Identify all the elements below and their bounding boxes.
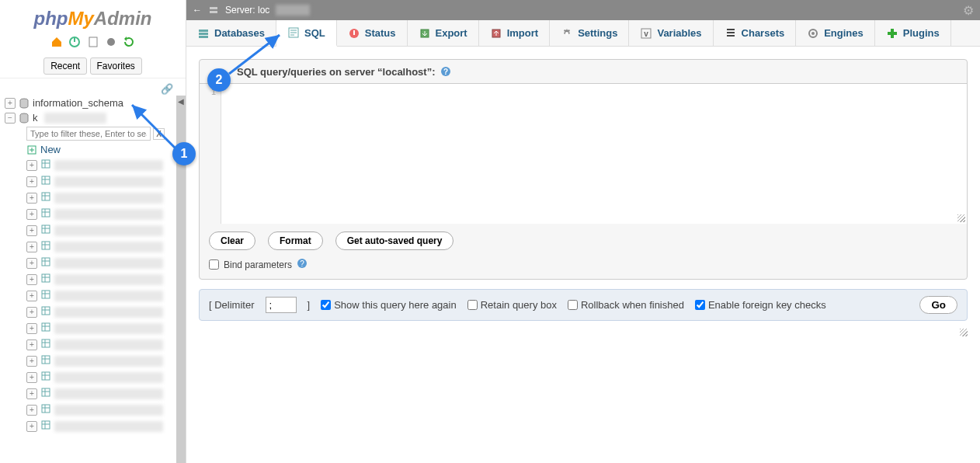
expand-icon[interactable]: +	[26, 176, 37, 187]
table-node[interactable]: +	[26, 190, 176, 206]
delimiter-input[interactable]	[266, 297, 297, 313]
logout-icon[interactable]	[68, 36, 81, 48]
rollback-checkbox[interactable]	[568, 300, 578, 310]
new-table-link[interactable]: New	[26, 142, 176, 157]
expand-icon[interactable]: +	[26, 405, 37, 416]
favorites-button[interactable]: Favorites	[90, 57, 142, 75]
link-icon[interactable]: 🔗	[0, 83, 186, 96]
clear-button[interactable]: Clear	[209, 232, 255, 250]
databases-icon	[197, 27, 210, 40]
resize-grip[interactable]	[957, 214, 965, 222]
table-node[interactable]: +	[26, 222, 176, 238]
expand-icon[interactable]: +	[26, 323, 37, 334]
table-node[interactable]: +	[26, 255, 176, 271]
collapse-icon[interactable]: −	[5, 113, 16, 124]
filter-input[interactable]	[26, 127, 151, 141]
retain-checkbox[interactable]	[467, 300, 478, 310]
tab-label: SQL	[304, 27, 325, 39]
table-node[interactable]: +	[26, 271, 176, 287]
expand-icon[interactable]: +	[26, 242, 37, 252]
fk-checkbox[interactable]	[695, 300, 705, 310]
page-settings-icon[interactable]: ⚙	[963, 3, 974, 18]
settings-icon[interactable]	[105, 36, 117, 48]
tab-label: Status	[365, 27, 396, 39]
quick-icons	[0, 33, 186, 54]
table-node[interactable]: +	[26, 385, 176, 402]
db-node-selected[interactable]: − k	[5, 110, 176, 125]
svg-rect-18	[42, 356, 50, 364]
svg-rect-20	[42, 388, 50, 396]
expand-icon[interactable]: +	[26, 209, 37, 220]
resize-grip[interactable]	[960, 329, 968, 336]
table-icon	[40, 419, 51, 433]
format-button[interactable]: Format	[268, 232, 323, 250]
help-icon[interactable]: ?	[297, 258, 308, 271]
redacted-text	[54, 339, 163, 350]
table-node[interactable]: +	[26, 206, 176, 222]
expand-icon[interactable]: +	[26, 274, 37, 285]
table-node[interactable]: +	[26, 402, 176, 418]
show-again-label: Show this query here again	[334, 299, 457, 311]
tab-label: Plugins	[903, 27, 940, 39]
svg-rect-26	[199, 33, 208, 35]
db-node-information-schema[interactable]: + information_schema	[5, 96, 176, 110]
table-node[interactable]: +	[26, 320, 176, 336]
expand-icon[interactable]: +	[26, 356, 37, 367]
table-node[interactable]: +	[26, 287, 176, 304]
tab-import[interactable]: Import	[479, 20, 550, 46]
server-breadcrumb[interactable]: Server: loc	[225, 5, 269, 16]
logo[interactable]: phpMyAdmin	[0, 0, 186, 33]
tab-charsets[interactable]: Charsets	[714, 20, 797, 46]
reload-icon[interactable]	[123, 36, 135, 48]
tab-databases[interactable]: Databases	[186, 20, 276, 46]
database-icon	[19, 113, 30, 124]
redacted-text	[44, 113, 106, 124]
expand-icon[interactable]: +	[26, 193, 37, 204]
table-node[interactable]: +	[26, 173, 176, 190]
redacted-text	[54, 274, 163, 285]
table-node[interactable]: +	[26, 418, 176, 434]
recent-button[interactable]: Recent	[43, 57, 87, 75]
tab-engines[interactable]: Engines	[796, 20, 875, 46]
editor-code-area[interactable]	[221, 84, 967, 224]
tab-plugins[interactable]: Plugins	[875, 20, 951, 46]
help-icon[interactable]: ?	[440, 66, 451, 77]
expand-icon[interactable]: +	[26, 372, 37, 383]
expand-icon[interactable]: +	[26, 307, 37, 318]
tab-status[interactable]: Status	[337, 20, 408, 46]
redacted-text	[54, 258, 163, 269]
expand-icon[interactable]: +	[5, 98, 16, 109]
bind-parameters-checkbox[interactable]	[209, 259, 219, 270]
tab-settings[interactable]: Settings	[550, 20, 629, 46]
table-node[interactable]: +	[26, 369, 176, 385]
table-node[interactable]: +	[26, 157, 176, 173]
svg-text:v: v	[645, 30, 649, 38]
show-again-checkbox[interactable]	[321, 300, 331, 310]
sql-editor[interactable]: 1	[200, 84, 967, 224]
expand-icon[interactable]: +	[26, 258, 37, 269]
redacted-text	[54, 388, 163, 399]
expand-icon[interactable]: +	[26, 388, 37, 399]
table-icon	[40, 207, 51, 221]
tab-export[interactable]: Export	[408, 20, 479, 46]
tab-sql[interactable]: SQL	[276, 20, 337, 47]
get-autosaved-button[interactable]: Get auto-saved query	[335, 232, 454, 250]
redacted-text	[54, 225, 163, 236]
expand-icon[interactable]: +	[26, 160, 37, 171]
expand-icon[interactable]: +	[26, 225, 37, 236]
expand-icon[interactable]: +	[26, 421, 37, 432]
go-button[interactable]: Go	[919, 296, 957, 314]
nav-back-button[interactable]: ←	[193, 5, 202, 16]
table-node[interactable]: +	[26, 353, 176, 369]
home-icon[interactable]	[50, 36, 63, 48]
docs-icon[interactable]	[87, 36, 99, 48]
filter-clear-button[interactable]: X	[153, 128, 165, 140]
tab-variables[interactable]: vVariables	[629, 20, 713, 46]
table-node[interactable]: +	[26, 336, 176, 353]
table-icon	[40, 224, 51, 237]
expand-icon[interactable]: +	[26, 339, 37, 350]
table-node[interactable]: +	[26, 304, 176, 320]
redacted-text	[54, 356, 163, 367]
table-node[interactable]: +	[26, 238, 176, 255]
expand-icon[interactable]: +	[26, 291, 37, 301]
